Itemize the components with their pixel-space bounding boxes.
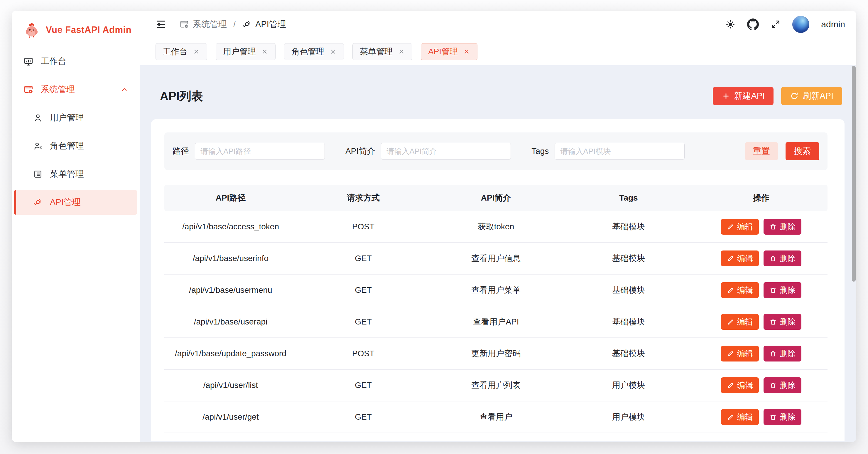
github-icon[interactable] — [747, 19, 759, 30]
close-icon[interactable] — [261, 48, 268, 55]
reset-button[interactable]: 重置 — [745, 142, 778, 160]
filter-input-summary[interactable] — [381, 143, 511, 160]
pencil-icon — [727, 287, 734, 294]
sidebar-item-users[interactable]: 用户管理 — [14, 106, 137, 130]
delete-button[interactable]: 删除 — [764, 314, 801, 330]
user-icon — [33, 113, 42, 122]
tab-roles[interactable]: 角色管理 — [284, 43, 344, 60]
page-header: API列表 新建API 刷新API — [160, 87, 842, 105]
sidebar-menu: 工作台系统管理用户管理角色管理菜单管理API管理 — [12, 40, 140, 215]
edit-button[interactable]: 编辑 — [721, 282, 759, 298]
delete-button[interactable]: 删除 — [764, 282, 801, 298]
cell-tags: 基础模块 — [562, 211, 695, 242]
pencil-icon — [727, 318, 734, 326]
delete-button[interactable]: 删除 — [764, 346, 801, 362]
edit-button[interactable]: 编辑 — [721, 251, 759, 266]
cell-method: GET — [297, 401, 430, 432]
pencil-icon — [727, 223, 734, 230]
app-window: Vue FastAPI Admin 工作台系统管理用户管理角色管理菜单管理API… — [12, 11, 856, 442]
tab-users[interactable]: 用户管理 — [216, 43, 276, 60]
trash-icon — [769, 287, 777, 294]
cell-tags: 基础模块 — [562, 306, 695, 337]
cell-summary: 查看用户列表 — [430, 370, 562, 401]
api-icon — [33, 198, 42, 207]
vertical-scrollbar[interactable] — [852, 66, 856, 282]
delete-label: 删除 — [780, 348, 796, 359]
cell-path: /api/v1/base/update_password — [164, 338, 297, 369]
filter-input-path[interactable] — [195, 143, 325, 160]
delete-button[interactable]: 删除 — [764, 219, 801, 235]
delete-button[interactable]: 删除 — [764, 377, 801, 393]
tab-apis[interactable]: API管理 — [421, 43, 477, 60]
delete-button[interactable]: 删除 — [764, 409, 801, 425]
sidebar-item-apis[interactable]: API管理 — [14, 190, 137, 215]
desktop-background: Vue FastAPI Admin 工作台系统管理用户管理角色管理菜单管理API… — [0, 0, 868, 454]
edit-label: 编辑 — [737, 285, 753, 295]
table-row: /api/v1/user/getGET查看用户用户模块编辑删除 — [164, 401, 828, 433]
tab-label: 菜单管理 — [360, 46, 393, 57]
refresh-api-button[interactable]: 刷新API — [781, 87, 842, 105]
table-header-row: API路径请求方式API简介Tags操作 — [164, 185, 828, 211]
content-area: API列表 新建API 刷新API — [140, 65, 856, 442]
breadcrumb-label: 系统管理 — [193, 19, 227, 30]
sidebar-item-roles[interactable]: 角色管理 — [14, 134, 137, 158]
sidebar-item-menus[interactable]: 菜单管理 — [14, 162, 137, 187]
api-list-card: 路径API简介Tags重置搜索 API路径请求方式API简介Tags操作/api… — [151, 119, 844, 441]
edit-label: 编辑 — [737, 380, 753, 391]
breadcrumb-item-apis[interactable]: API管理 — [242, 19, 286, 30]
system-icon — [180, 20, 189, 29]
edit-label: 编辑 — [737, 348, 753, 359]
filter-label-summary: API简介 — [345, 146, 375, 157]
cell-path: /api/v1/base/userapi — [164, 306, 297, 337]
filter-panel: 路径API简介Tags重置搜索 — [164, 133, 828, 170]
edit-button[interactable]: 编辑 — [721, 314, 759, 330]
search-button[interactable]: 搜索 — [785, 142, 819, 160]
table-row: /api/v1/base/usermenuGET查看用户菜单基础模块编辑删除 — [164, 275, 828, 306]
sidebar-item-system[interactable]: 系统管理 — [14, 77, 137, 102]
cell-method: POST — [297, 338, 430, 369]
avatar[interactable] — [792, 16, 809, 33]
trash-icon — [769, 414, 777, 421]
filter-input-tags[interactable] — [555, 143, 685, 160]
close-icon[interactable] — [193, 48, 200, 55]
edit-button[interactable]: 编辑 — [721, 409, 759, 425]
filter-actions: 重置搜索 — [745, 142, 819, 160]
delete-button[interactable]: 删除 — [764, 251, 801, 266]
edit-button[interactable]: 编辑 — [721, 346, 759, 362]
close-icon[interactable] — [330, 48, 337, 55]
edit-button[interactable]: 编辑 — [721, 219, 759, 235]
sidebar-item-label: 系统管理 — [41, 84, 75, 95]
theme-toggle-icon[interactable] — [725, 19, 735, 29]
brand[interactable]: Vue FastAPI Admin — [12, 11, 140, 40]
delete-label: 删除 — [780, 285, 796, 295]
cell-actions: 编辑删除 — [695, 338, 828, 369]
cell-summary: 查看用户信息 — [430, 243, 562, 274]
breadcrumb-separator: / — [233, 20, 236, 29]
edit-button[interactable]: 编辑 — [721, 377, 759, 393]
delete-label: 删除 — [780, 380, 796, 391]
table-row: /api/v1/base/userapiGET查看用户API基础模块编辑删除 — [164, 306, 828, 338]
username[interactable]: admin — [821, 19, 845, 29]
trash-icon — [769, 255, 777, 262]
tab-workbench[interactable]: 工作台 — [156, 43, 207, 60]
sidebar-item-workbench[interactable]: 工作台 — [14, 49, 137, 74]
cell-actions: 编辑删除 — [695, 370, 828, 401]
edit-label: 编辑 — [737, 317, 753, 327]
tab-menus[interactable]: 菜单管理 — [352, 43, 412, 60]
table-row: /api/v1/base/userinfoGET查看用户信息基础模块编辑删除 — [164, 243, 828, 275]
close-icon[interactable] — [398, 48, 405, 55]
table-column-header: 请求方式 — [297, 185, 430, 211]
breadcrumb-label: API管理 — [255, 19, 286, 30]
breadcrumb-item-system[interactable]: 系统管理 — [180, 19, 227, 30]
cell-tags: 基础模块 — [562, 338, 695, 369]
table-column-header: Tags — [562, 185, 695, 211]
create-api-button[interactable]: 新建API — [713, 87, 774, 105]
close-icon[interactable] — [463, 48, 470, 55]
fullscreen-icon[interactable] — [771, 19, 780, 29]
filter-label-path: 路径 — [173, 146, 189, 157]
chevron-up-icon — [120, 85, 129, 94]
chick-logo-icon — [24, 22, 40, 38]
sidebar-collapse-icon[interactable] — [156, 19, 167, 30]
cell-path: /api/v1/base/access_token — [164, 211, 297, 242]
filter-label-tags: Tags — [531, 146, 549, 156]
